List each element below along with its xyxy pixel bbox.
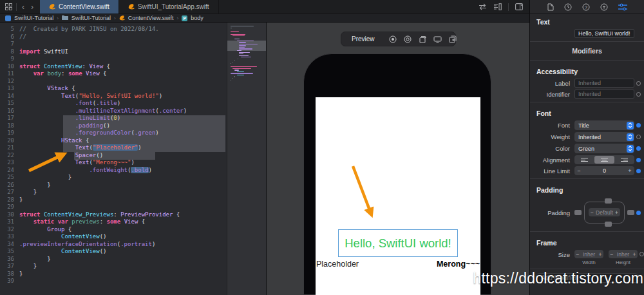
width-value[interactable]: Inher: [581, 251, 597, 258]
project-icon: [5, 15, 11, 21]
swift-file-icon: [128, 3, 135, 11]
text-value-field[interactable]: Hello, SwiftUI world!: [574, 29, 634, 38]
color-dropdown[interactable]: Green: [574, 144, 634, 153]
folder-icon: [62, 15, 68, 21]
editor-tab-bar: ‹ › ContentView.swift SwiftUI_TutorialAp…: [0, 0, 529, 14]
duplicate-preview-icon[interactable]: [449, 35, 457, 43]
swift-file-icon: [49, 3, 55, 11]
divider: [530, 60, 644, 61]
tab-contentview[interactable]: ContentView.swift: [40, 0, 119, 14]
nav-forward-button[interactable]: ›: [30, 3, 35, 11]
breadcrumb-project[interactable]: SwiftUI-Tutorial: [14, 15, 53, 21]
font-dropdown[interactable]: Title: [574, 120, 634, 130]
line-limit-value[interactable]: 0: [583, 167, 625, 174]
minimap-toggle-icon[interactable]: [493, 3, 502, 10]
watermark-url: https://ddolcat.tistory.com: [473, 270, 643, 287]
stepper-decrement-button[interactable]: −: [574, 251, 581, 258]
height-value[interactable]: Inher: [615, 251, 631, 258]
height-stepper: − Inher +: [609, 250, 638, 258]
placeholder-text[interactable]: Placeholder: [316, 260, 359, 269]
label-label: Label: [530, 80, 570, 87]
padding-leading-handle[interactable]: [574, 210, 582, 215]
quick-help-icon[interactable]: ?: [582, 3, 590, 11]
stepper-decrement-button[interactable]: −: [609, 251, 615, 258]
preview-label: Preview: [352, 35, 375, 43]
breadcrumb-file[interactable]: ContentView.swift: [128, 15, 174, 21]
padding-bottom-handle[interactable]: [605, 222, 612, 227]
modifier-indicator-active[interactable]: [636, 169, 641, 173]
stepper-decrement-button[interactable]: −: [574, 167, 583, 174]
align-center-button[interactable]: [594, 156, 614, 164]
iphone-screen[interactable]: Hello, SwiftUI world! Placeholder Merong…: [316, 97, 480, 295]
breadcrumb-group[interactable]: SwiftUI-Tutorial: [71, 15, 111, 21]
modifier-indicator-empty[interactable]: [636, 92, 641, 97]
dropdown-chevrons-icon: [627, 133, 634, 141]
selected-text-view[interactable]: Hello, SwiftUI world!: [338, 229, 458, 257]
padding-value[interactable]: Default: [596, 209, 613, 216]
editor-layout-grid-icon[interactable]: [5, 3, 12, 10]
preview-toolbar: Preview: [341, 32, 456, 46]
inspector-toolbar: ?: [530, 0, 644, 14]
modifier-indicator-empty[interactable]: [636, 81, 641, 86]
modifier-indicator-empty[interactable]: [639, 252, 644, 256]
code-lines: 5// Created by PARK JINSU on 2022/08/14.…: [0, 23, 227, 285]
tab-label: ContentView.swift: [59, 3, 109, 10]
environment-overrides-icon[interactable]: [404, 35, 412, 43]
live-preview-icon[interactable]: [389, 35, 397, 43]
minimap[interactable]: [227, 23, 266, 295]
font-label: Font: [530, 122, 570, 129]
modifier-indicator-empty[interactable]: [636, 135, 641, 139]
weight-dropdown[interactable]: Inherited: [574, 132, 634, 142]
align-right-button[interactable]: [615, 156, 634, 164]
history-inspector-icon[interactable]: [564, 3, 572, 11]
divider: [530, 41, 644, 42]
file-inspector-icon[interactable]: [547, 3, 554, 11]
xcode-window: ‹ › ContentView.swift SwiftUI_TutorialAp…: [0, 0, 644, 295]
modifier-indicator-active[interactable]: [636, 158, 641, 162]
stepper-increment-button[interactable]: +: [631, 251, 638, 258]
breadcrumb-separator: ›: [114, 15, 116, 21]
tab-label: SwiftUI_TutorialApp.swift: [138, 3, 209, 10]
divider: [530, 231, 644, 232]
modifier-indicator-active[interactable]: [636, 211, 641, 215]
device-settings-icon[interactable]: [433, 35, 442, 43]
accessibility-inspector-icon[interactable]: [600, 3, 608, 11]
inspector-title: Text: [530, 14, 644, 27]
tab-swiftui-tutorialapp[interactable]: SwiftUI_TutorialApp.swift: [119, 0, 219, 14]
stepper-increment-button[interactable]: +: [613, 209, 620, 216]
attributes-inspector-icon[interactable]: [618, 3, 627, 11]
nav-back-button[interactable]: ‹: [21, 3, 26, 11]
stepper-increment-button[interactable]: +: [625, 167, 634, 174]
padding-header: Padding: [530, 182, 644, 195]
text-align-left-icon: [581, 158, 588, 162]
modifier-indicator-active[interactable]: [636, 123, 641, 128]
modifier-indicator-active[interactable]: [636, 146, 641, 151]
divider: [508, 3, 509, 11]
inspector-panel: ? Text Hello, SwiftUI world! Modifiers A…: [529, 0, 644, 295]
breadcrumb-separator: ›: [177, 15, 179, 21]
accessibility-header: Accessibility: [530, 64, 644, 77]
height-caption: Height: [609, 260, 638, 265]
padding-trailing-handle[interactable]: [627, 210, 634, 215]
add-editor-icon[interactable]: [515, 3, 523, 10]
merong-text[interactable]: Merong~~~: [437, 260, 480, 269]
padding-top-handle[interactable]: [605, 198, 612, 204]
divider: [530, 102, 644, 102]
width-stepper: − Inher +: [574, 250, 603, 258]
align-left-button[interactable]: [574, 156, 594, 164]
code-review-icon[interactable]: [478, 3, 487, 10]
breadcrumb-symbol[interactable]: body: [191, 15, 204, 21]
modifiers-header: Modifiers: [530, 45, 644, 57]
stepper-increment-button[interactable]: +: [597, 251, 603, 258]
weight-value: Inherited: [578, 134, 601, 140]
text-align-center-icon: [601, 158, 608, 162]
accessibility-label-field[interactable]: Inherited: [574, 79, 634, 88]
weight-label: Weight: [530, 133, 570, 140]
divider: [530, 178, 644, 179]
orientation-icon[interactable]: [419, 35, 426, 43]
accessibility-identifier-field[interactable]: Inherited: [574, 90, 634, 99]
stepper-decrement-button[interactable]: −: [589, 209, 596, 216]
swift-file-icon: [119, 15, 125, 22]
code-editor[interactable]: 5// Created by PARK JINSU on 2022/08/14.…: [0, 23, 227, 295]
line-limit-label: Line Limit: [530, 167, 570, 175]
